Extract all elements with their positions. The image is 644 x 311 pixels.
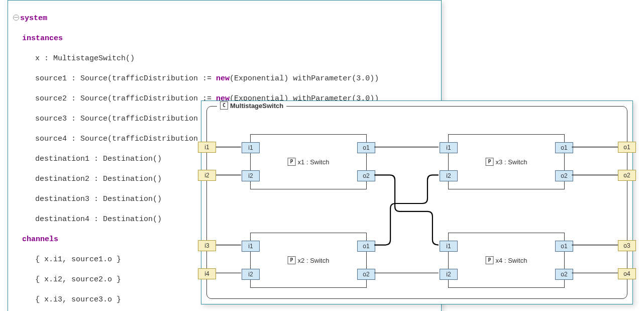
code-line: source1 : Source(trafficDistribution := … <box>13 74 436 84</box>
ext-port-i4[interactable]: i4 <box>198 268 216 279</box>
port-o2[interactable]: o2 <box>555 170 573 181</box>
port-i2[interactable]: i2 <box>440 170 458 181</box>
cluster-title: C MultistageSwitch <box>217 101 286 110</box>
switch-label: P x2 : Switch <box>288 256 330 264</box>
port-o1[interactable]: o1 <box>357 142 375 153</box>
port-i2[interactable]: i2 <box>440 269 458 280</box>
ext-port-o4[interactable]: o4 <box>618 268 636 279</box>
switch-x4[interactable]: P x4 : Switch i1 i2 o1 o2 <box>448 233 565 288</box>
kw-instances: instances <box>22 34 63 43</box>
kw-channels: channels <box>22 235 58 244</box>
ext-port-o2[interactable]: o2 <box>618 170 636 181</box>
port-i1[interactable]: i1 <box>440 142 458 153</box>
switch-tag-icon: P <box>486 256 494 264</box>
port-i2[interactable]: i2 <box>242 170 260 181</box>
switch-x3[interactable]: P x3 : Switch i1 i2 o1 o2 <box>448 134 565 189</box>
switch-x2[interactable]: P x2 : Switch i1 i2 o1 o2 <box>250 233 367 288</box>
code-line: x : MultistageSwitch() <box>13 54 436 64</box>
ext-port-i1[interactable]: i1 <box>198 142 216 153</box>
ext-port-o3[interactable]: o3 <box>618 240 636 251</box>
port-o1[interactable]: o1 <box>555 142 573 153</box>
ext-port-i3[interactable]: i3 <box>198 240 216 251</box>
cluster-multistage-switch: C MultistageSwitch i1 i2 i3 i4 o1 o2 o3 … <box>206 106 627 299</box>
switch-label: P x1 : Switch <box>288 158 330 166</box>
port-o1[interactable]: o1 <box>555 241 573 252</box>
cluster-title-label: MultistageSwitch <box>230 102 283 110</box>
port-i1[interactable]: i1 <box>242 241 260 252</box>
fold-gutter-icon[interactable] <box>13 15 19 21</box>
switch-label: P x4 : Switch <box>486 256 527 264</box>
port-i2[interactable]: i2 <box>242 269 260 280</box>
switch-x1[interactable]: P x1 : Switch i1 i2 o1 o2 <box>250 134 367 189</box>
port-i1[interactable]: i1 <box>440 241 458 252</box>
switch-tag-icon: P <box>288 158 296 166</box>
diagram-panel: C MultistageSwitch i1 i2 i3 i4 o1 o2 o3 … <box>201 100 633 304</box>
switch-tag-icon: P <box>486 158 494 166</box>
port-o2[interactable]: o2 <box>357 170 375 181</box>
ext-port-i2[interactable]: i2 <box>198 170 216 181</box>
kw-system: system <box>20 14 47 23</box>
port-o1[interactable]: o1 <box>357 241 375 252</box>
port-o2[interactable]: o2 <box>357 269 375 280</box>
cluster-tag-icon: C <box>220 101 228 110</box>
port-i1[interactable]: i1 <box>242 142 260 153</box>
switch-tag-icon: P <box>288 256 296 264</box>
switch-label: P x3 : Switch <box>486 158 527 166</box>
ext-port-o1[interactable]: o1 <box>618 142 636 153</box>
port-o2[interactable]: o2 <box>555 269 573 280</box>
